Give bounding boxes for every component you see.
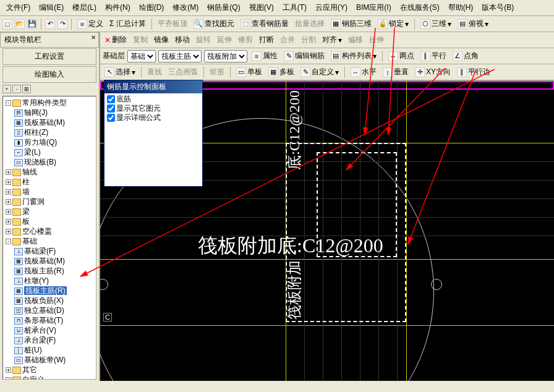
menu-online[interactable]: 在线服务(S) [396,1,443,14]
panel-title: 钢筋显示控制面板 [104,80,202,93]
single-board-button[interactable]: ▭单板 [234,66,264,78]
delete-button[interactable]: ✕删除 [103,34,129,46]
menu-version[interactable]: 版本号(B) [478,1,518,14]
define-button[interactable]: ≡定义 [75,18,105,30]
merge-button[interactable]: 合并 [278,34,297,46]
property-button[interactable]: ≡属性 [250,50,279,62]
menu-bim[interactable]: BIM应用(I) [352,1,395,14]
tree-icon[interactable]: ⊞ [22,85,31,93]
rebar-3d-button[interactable]: ▦钢筋三维 [329,18,373,30]
menu-file[interactable]: 文件(F) [2,1,34,14]
select-tool-button[interactable]: ↖选择 ▾ [103,66,137,78]
menu-edit[interactable]: 编辑(E) [35,1,67,14]
rotate-button[interactable]: 旋转 [194,34,213,46]
save-icon[interactable]: 💾 [27,19,37,29]
stretch-button[interactable]: 拉伸 [367,34,386,46]
sum-calc-button[interactable]: Σ 汇总计算 [108,18,148,30]
menu-floor[interactable]: 楼层(L) [69,1,100,14]
view-rebar-qty-button[interactable]: ⬚查看钢筋量 [239,18,291,30]
vertical-button[interactable]: ↕垂直 [381,66,411,78]
menu-member[interactable]: 构件(N) [101,1,134,14]
layer-select[interactable]: 基础 [127,50,156,62]
parallel-edge-button[interactable]: ∥平行边 [455,66,492,78]
rect-tool-button[interactable]: 矩形 [208,66,226,78]
trim-button[interactable]: 修剪 [236,34,255,46]
xy-direction-button[interactable]: ✛XY方向 [413,66,453,78]
menu-bar: 文件(F) 编辑(E) 楼层(L) 构件(N) 绘图(D) 修改(M) 钢筋量(… [0,0,554,16]
level-board-button[interactable]: 平齐板顶 [156,18,189,30]
opt-show-other[interactable]: 显示其它图元 [107,104,200,113]
type-select[interactable]: 筏板主筋 [158,50,202,62]
menu-modify[interactable]: 修改(M) [169,1,202,14]
rebar-display-control-panel[interactable]: 钢筋显示控制面板 底筋 显示其它图元 显示详细公式 [104,80,203,187]
opt-show-formula[interactable]: 显示详细公式 [107,113,200,122]
opt-bottom-rebar[interactable]: 底筋 [107,95,200,104]
align-button[interactable]: 对齐 ▾ [320,34,344,46]
offset-button[interactable]: 偏移 [346,34,365,46]
c-marker: C [103,313,112,322]
redo-icon[interactable]: ↷ [58,19,67,29]
menu-view[interactable]: 视图(V) [245,1,278,14]
batch-select-button[interactable]: 批量选择 [293,18,326,30]
extend-button[interactable]: 延伸 [215,34,234,46]
menu-draw[interactable]: 绘图(D) [135,1,168,14]
edit-rebar-button[interactable]: ✎编辑钢筋 [282,50,326,62]
annotation-main-text: 筏板附加底:C12@200 [198,232,383,260]
lock-button[interactable]: 🔒锁定 ▾ [376,18,411,30]
mirror-button[interactable]: 镜像 [152,34,171,46]
tab-project-settings[interactable]: 工程设置 [2,48,96,65]
custom-button[interactable]: ✎自定义 ▾ [299,66,341,78]
two-point-button[interactable]: ↔两点 [386,50,416,62]
open-icon[interactable]: 📂 [15,19,25,29]
tab-draw-input[interactable]: 绘图输入 [2,66,96,83]
split-button[interactable]: 分割 [299,34,318,46]
break-button[interactable]: 打断 [257,34,276,46]
point-angle-button[interactable]: ∠点角 [451,50,480,62]
expand-icon[interactable]: + [2,85,11,93]
find-element-button[interactable]: 🔍查找图元 [192,18,236,30]
parallel-button[interactable]: ∥平行 [419,50,448,62]
line-tool-button[interactable]: 直线 [145,66,164,78]
member-table-button[interactable]: ▤构件列表 ▾ [329,50,378,62]
menu-rebar[interactable]: 钢筋量(Q) [203,1,244,14]
top-view-button[interactable]: ▤俯视 ▾ [456,18,490,30]
tree-toolbar: + - ⊞ [0,83,99,95]
annotation-vertical-text-2: 筏板附加 [284,260,304,320]
layer-label: 基础层 [103,51,125,61]
horizontal-button[interactable]: ↔水平 [349,66,378,78]
arc-tool-button[interactable]: 三点画弧 [166,66,200,78]
menu-cloud[interactable]: 云应用(Y) [312,1,351,14]
subtype-select[interactable]: 筏板附加 [204,50,247,62]
menu-help[interactable]: 帮助(H) [445,1,477,14]
view-3d-button[interactable]: ⬡三维 ▾ [419,18,453,30]
toolbar-file: □ 📂 💾 ↶ ↷ ≡定义 Σ 汇总计算 平齐板顶 🔍查找图元 ⬚查看钢筋量 批… [0,16,554,32]
collapse-icon[interactable]: - [12,85,21,93]
menu-tool[interactable]: 工具(T) [279,1,310,14]
nav-title: 模块导航栏✕ [0,32,99,48]
component-tree[interactable]: -常用构件类型 井轴网(J) ▦筏板基础(M) ▯框柱(Z) ▮剪力墙(Q) ⌐… [2,96,96,380]
close-icon[interactable]: ✕ [91,34,96,41]
undo-icon[interactable]: ↶ [45,19,55,29]
multi-board-button[interactable]: ▦多板 [266,66,296,78]
module-nav-panel: 模块导航栏✕ 工程设置 绘图输入 + - ⊞ -常用构件类型 井轴网(J) ▦筏… [0,32,100,381]
selected-item-raft-main-rebar: 筏板主筋(R) [24,286,67,295]
move-button[interactable]: 移动 [173,34,192,46]
annotation-vertical-text-1: 底:C12@200 [284,90,304,170]
copy-button[interactable]: 复制 [131,34,150,46]
new-icon[interactable]: □ [2,19,12,29]
